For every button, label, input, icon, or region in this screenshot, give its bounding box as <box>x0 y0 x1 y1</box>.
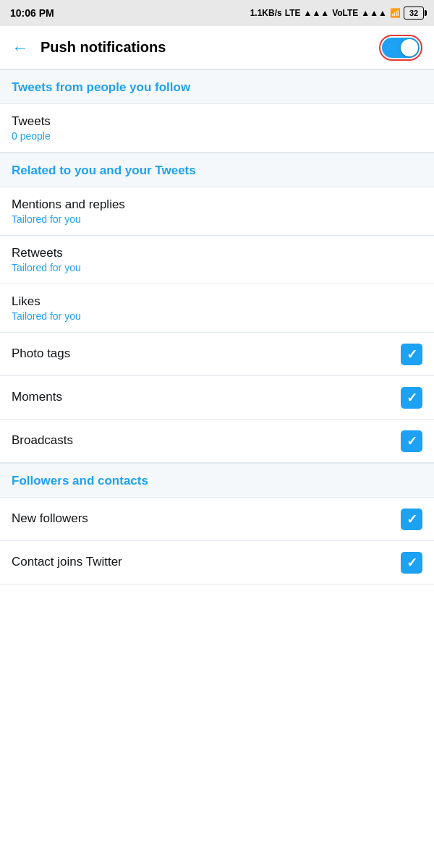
list-item-contact-joins[interactable]: Contact joins Twitter✓ <box>0 541 434 584</box>
list-item-likes: LikesTailored for you <box>0 284 434 333</box>
status-bar: 10:06 PM 1.1KB/s LTE ▲▲▲ VoLTE ▲▲▲ 📶 32 <box>0 0 434 26</box>
list-item-retweets: RetweetsTailored for you <box>0 236 434 284</box>
section-title-related-to-you: Related to you and your Tweets <box>12 163 196 177</box>
checkbox-new-followers[interactable]: ✓ <box>401 509 422 530</box>
section-title-followers-contacts: Followers and contacts <box>12 474 148 488</box>
checkmark-moments: ✓ <box>407 391 417 404</box>
list-item-new-followers[interactable]: New followers✓ <box>0 498 434 541</box>
list-item-title-contact-joins: Contact joins Twitter <box>12 555 122 569</box>
network-type: LTE <box>285 8 301 18</box>
list-item-content-tweets: Tweets0 people <box>12 114 51 142</box>
list-item-title-tweets: Tweets <box>12 114 51 129</box>
wifi-icon: 📶 <box>390 8 401 18</box>
list-item-content-new-followers: New followers <box>12 511 88 527</box>
checkbox-broadcasts[interactable]: ✓ <box>401 430 422 452</box>
list-item-title-likes: Likes <box>12 294 81 309</box>
list-item-title-broadcasts: Broadcasts <box>12 433 73 448</box>
list-item-content-contact-joins: Contact joins Twitter <box>12 555 122 571</box>
list-item-content-photo-tags: Photo tags <box>12 346 70 362</box>
toggle-knob <box>401 39 418 56</box>
section-header-tweets-from-people: Tweets from people you follow <box>0 69 434 104</box>
battery-icon: 32 <box>404 7 424 20</box>
list-item-title-retweets: Retweets <box>12 246 81 260</box>
settings-sections: Tweets from people you followTweets0 peo… <box>0 69 434 584</box>
battery-level: 32 <box>409 9 418 17</box>
list-item-moments[interactable]: Moments✓ <box>0 376 434 420</box>
network-type2: VoLTE <box>332 8 358 18</box>
status-time: 10:06 PM <box>10 7 54 19</box>
push-notifications-toggle-wrapper[interactable] <box>379 35 422 61</box>
page-title: Push notifications <box>41 39 166 56</box>
status-icons: 1.1KB/s LTE ▲▲▲ VoLTE ▲▲▲ 📶 32 <box>250 7 424 20</box>
back-button[interactable]: ← <box>12 38 29 58</box>
signal-bars: ▲▲▲ <box>304 8 330 18</box>
list-item-title-moments: Moments <box>12 390 62 404</box>
checkbox-contact-joins[interactable]: ✓ <box>401 552 422 574</box>
list-item-content-broadcasts: Broadcasts <box>12 433 73 449</box>
signal-bars2: ▲▲▲ <box>361 8 387 18</box>
list-item-mentions-replies: Mentions and repliesTailored for you <box>0 187 434 236</box>
list-item-content-mentions-replies: Mentions and repliesTailored for you <box>12 197 125 225</box>
header-left: ← Push notifications <box>12 38 166 58</box>
list-item-broadcasts[interactable]: Broadcasts✓ <box>0 420 434 463</box>
list-item-title-new-followers: New followers <box>12 511 88 526</box>
section-header-followers-contacts: Followers and contacts <box>0 463 434 498</box>
checkmark-broadcasts: ✓ <box>407 435 417 448</box>
list-item-content-retweets: RetweetsTailored for you <box>12 246 81 273</box>
checkmark-contact-joins: ✓ <box>407 556 417 569</box>
list-item-content-moments: Moments <box>12 390 62 406</box>
list-item-subtitle-retweets: Tailored for you <box>12 262 81 273</box>
list-item-subtitle-likes: Tailored for you <box>12 310 81 322</box>
list-item-title-photo-tags: Photo tags <box>12 346 70 361</box>
network-speed: 1.1KB/s <box>250 8 282 18</box>
list-item-title-mentions-replies: Mentions and replies <box>12 197 125 212</box>
list-item-photo-tags[interactable]: Photo tags✓ <box>0 333 434 376</box>
header: ← Push notifications <box>0 26 434 69</box>
list-item-content-likes: LikesTailored for you <box>12 294 81 322</box>
section-header-related-to-you: Related to you and your Tweets <box>0 153 434 187</box>
list-item-tweets: Tweets0 people <box>0 104 434 153</box>
push-notifications-toggle[interactable] <box>382 38 420 58</box>
checkmark-photo-tags: ✓ <box>407 348 417 361</box>
checkbox-photo-tags[interactable]: ✓ <box>401 344 422 365</box>
checkmark-new-followers: ✓ <box>407 513 417 526</box>
section-title-tweets-from-people: Tweets from people you follow <box>12 80 190 94</box>
checkbox-moments[interactable]: ✓ <box>401 387 422 409</box>
list-item-subtitle-mentions-replies: Tailored for you <box>12 213 125 225</box>
list-item-subtitle-tweets: 0 people <box>12 130 51 142</box>
